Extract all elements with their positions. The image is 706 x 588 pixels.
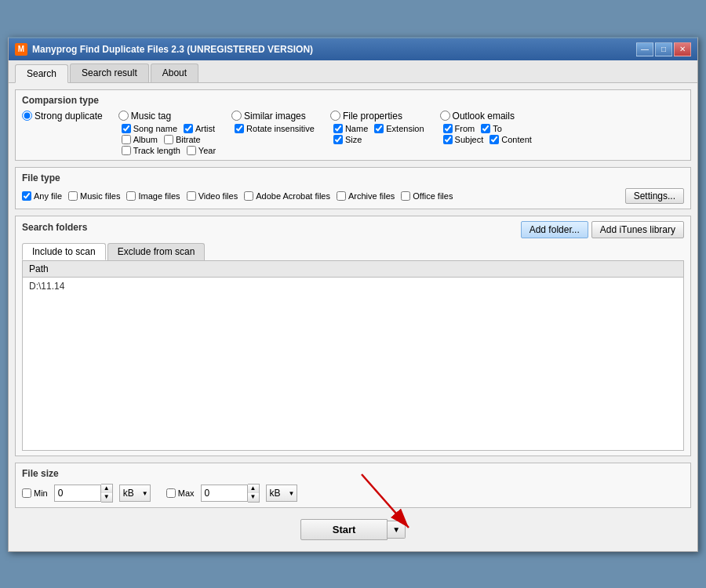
radio-music-tag[interactable]: Music tag: [118, 111, 216, 122]
add-folder-button[interactable]: Add folder...: [521, 221, 588, 238]
search-folders-label: Search folders: [22, 222, 87, 233]
check-content[interactable]: Content: [489, 135, 532, 144]
comparison-options-row: Strong duplicate Music tag Song name Art…: [22, 111, 684, 155]
check-year[interactable]: Year: [187, 146, 216, 155]
inner-tabs: Include to scan Exclude from scan: [22, 243, 684, 260]
settings-button[interactable]: Settings...: [625, 188, 684, 204]
comp-similar-images: Similar images Rotate insensitive: [231, 111, 315, 133]
min-spinner-buttons: ▲ ▼: [101, 484, 113, 503]
file-type-section: File type Any file Music files Image fil…: [15, 167, 691, 209]
add-itunes-button[interactable]: Add iTunes library: [591, 221, 684, 238]
check-bitrate[interactable]: Bitrate: [164, 135, 201, 144]
max-label: Max: [178, 488, 195, 498]
check-max[interactable]: Max: [166, 488, 195, 498]
check-size[interactable]: Size: [333, 135, 362, 144]
comp-outlook-emails: Outlook emails From To Subject Content: [440, 111, 532, 144]
check-artist[interactable]: Artist: [184, 124, 215, 133]
check-song-name[interactable]: Song name: [122, 124, 177, 133]
close-button[interactable]: ✕: [674, 42, 691, 56]
min-down-button[interactable]: ▼: [101, 493, 112, 502]
check-acrobat-files[interactable]: Adobe Acrobat files: [244, 191, 330, 201]
comparison-label: Comparsion type: [22, 95, 684, 106]
minimize-button[interactable]: —: [636, 42, 653, 56]
radio-file-properties[interactable]: File properties: [330, 111, 424, 122]
main-window: M Manyprog Find Duplicate Files 2.3 (UNR…: [8, 37, 698, 552]
check-rotate-insensitive[interactable]: Rotate insensitive: [235, 124, 315, 133]
file-size-label: File size: [22, 468, 684, 479]
similar-images-suboptions: Rotate insensitive: [231, 124, 315, 133]
bottom-area: Start ▼: [15, 514, 691, 545]
tab-about[interactable]: About: [151, 64, 198, 82]
folder-table-body[interactable]: D:\11.14: [23, 278, 683, 450]
check-archive-files[interactable]: Archive files: [337, 191, 395, 201]
file-type-options: Any file Music files Image files Video f…: [22, 188, 684, 204]
check-extension[interactable]: Extension: [374, 124, 424, 133]
maximize-button[interactable]: □: [655, 42, 672, 56]
start-bar: Start ▼: [15, 514, 691, 545]
title-bar-left: M Manyprog Find Duplicate Files 2.3 (UNR…: [15, 43, 313, 56]
comp-music-tag: Music tag Song name Artist Album Bitrate: [118, 111, 216, 155]
window-title: Manyprog Find Duplicate Files 2.3 (UNREG…: [32, 44, 313, 55]
min-spinner: ▲ ▼: [54, 484, 113, 503]
start-button[interactable]: Start: [300, 519, 388, 540]
comp-strong-duplicate: Strong duplicate: [22, 111, 103, 122]
min-unit-select[interactable]: kB MB GB: [119, 485, 151, 502]
file-size-section: File size Min ▲ ▼ kB MB: [15, 463, 691, 508]
folder-buttons: Add folder... Add iTunes library: [521, 221, 684, 238]
tab-search-result[interactable]: Search result: [70, 64, 149, 82]
main-content: Comparsion type Strong duplicate Music t…: [9, 83, 697, 551]
music-tag-suboptions: Song name Artist Album Bitrate Track len…: [118, 124, 216, 155]
check-to[interactable]: To: [481, 124, 502, 133]
search-folders-header: Search folders Add folder... Add iTunes …: [22, 221, 684, 238]
comp-file-properties: File properties Name Extension Size: [330, 111, 424, 144]
comparison-section: Comparsion type Strong duplicate Music t…: [15, 89, 691, 161]
app-icon: M: [15, 43, 27, 56]
max-spinner: ▲ ▼: [201, 484, 260, 503]
tab-search[interactable]: Search: [15, 64, 68, 83]
check-any-file[interactable]: Any file: [22, 191, 62, 201]
file-size-row: Min ▲ ▼ kB MB GB: [22, 484, 684, 503]
title-bar-controls: — □ ✕: [636, 42, 691, 56]
radio-similar-images[interactable]: Similar images: [231, 111, 315, 122]
check-album[interactable]: Album: [122, 135, 158, 144]
min-value-input[interactable]: [54, 485, 101, 502]
min-label: Min: [34, 488, 48, 498]
folder-path-row: D:\11.14: [29, 281, 677, 292]
inner-tab-exclude[interactable]: Exclude from scan: [107, 243, 206, 260]
file-type-label: File type: [22, 172, 684, 183]
main-tabs: Search Search result About: [9, 60, 697, 83]
start-dropdown-button[interactable]: ▼: [388, 521, 406, 539]
check-min[interactable]: Min: [22, 488, 48, 498]
radio-outlook-emails[interactable]: Outlook emails: [440, 111, 532, 122]
max-up-button[interactable]: ▲: [248, 485, 259, 493]
min-up-button[interactable]: ▲: [101, 485, 112, 493]
max-spinner-buttons: ▲ ▼: [248, 484, 260, 503]
max-down-button[interactable]: ▼: [248, 493, 259, 502]
max-value-input[interactable]: [201, 485, 248, 502]
check-name[interactable]: Name: [333, 124, 368, 133]
check-track-length[interactable]: Track length: [122, 146, 180, 155]
max-unit-select[interactable]: kB MB GB: [266, 485, 297, 502]
search-folders-section: Search folders Add folder... Add iTunes …: [15, 216, 691, 456]
title-bar: M Manyprog Find Duplicate Files 2.3 (UNR…: [9, 38, 697, 60]
check-music-files[interactable]: Music files: [68, 191, 120, 201]
max-unit-wrapper: kB MB GB: [266, 485, 297, 502]
min-unit-wrapper: kB MB GB: [119, 485, 151, 502]
check-from[interactable]: From: [443, 124, 475, 133]
file-props-suboptions: Name Extension Size: [330, 124, 424, 144]
outlook-suboptions: From To Subject Content: [440, 124, 532, 144]
folder-table: Path D:\11.14: [22, 260, 684, 451]
check-office-files[interactable]: Office files: [401, 191, 453, 201]
check-video-files[interactable]: Video files: [187, 191, 238, 201]
check-subject[interactable]: Subject: [443, 135, 484, 144]
folder-table-header: Path: [23, 261, 683, 278]
check-image-files[interactable]: Image files: [126, 191, 180, 201]
radio-strong-duplicate[interactable]: Strong duplicate: [22, 111, 103, 122]
inner-tab-include[interactable]: Include to scan: [22, 243, 106, 260]
